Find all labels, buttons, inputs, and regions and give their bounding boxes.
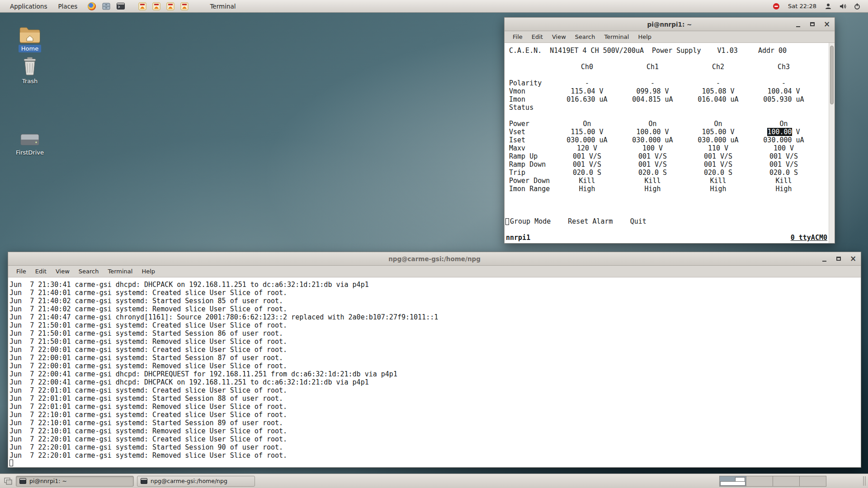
home-folder-icon xyxy=(19,23,40,43)
applications-menu[interactable]: Applications xyxy=(5,0,52,12)
desktop-icon-label-firstdrive: FirstDrive xyxy=(13,149,47,156)
titlebar-caen[interactable]: pi@nnrpi1: ~ × xyxy=(505,18,835,31)
caen-channel-header: Ch2 xyxy=(685,63,751,71)
workspace-4[interactable] xyxy=(799,476,826,487)
caen-status-bar: nnrpi1 0 ttyACM0 xyxy=(505,234,828,242)
menubar-item-edit[interactable]: Edit xyxy=(527,32,547,42)
file-manager-icon[interactable] xyxy=(102,2,111,11)
caen-row-label: Maxv xyxy=(509,144,554,152)
caen-value: 020.0 S xyxy=(620,169,685,177)
terminal-icon xyxy=(19,478,26,484)
caen-row-label: Status xyxy=(509,103,554,112)
panel-status-area: Sat 22:28 xyxy=(772,2,862,11)
terminal-icon[interactable] xyxy=(116,2,125,11)
browser-icon[interactable] xyxy=(87,2,96,11)
caen-value: 001 V/S xyxy=(685,152,751,160)
caen-value: 105.00 V xyxy=(685,128,751,136)
terminal-window-log: npg@carme-gsi:/home/npg × FileEditViewSe… xyxy=(8,252,861,468)
screen: Applications Places xyxy=(0,0,868,488)
close-icon[interactable]: × xyxy=(849,255,857,263)
desktop-icon-trash[interactable]: Trash xyxy=(9,56,51,85)
panel-drag-handle[interactable] xyxy=(863,476,867,486)
titlebar-log[interactable]: npg@carme-gsi:/home/npg × xyxy=(8,252,861,266)
workspace-switcher xyxy=(720,476,826,487)
places-menu[interactable]: Places xyxy=(52,0,83,12)
caen-value: 100.04 V xyxy=(751,87,816,95)
terminal-cursor xyxy=(9,460,13,466)
caen-value xyxy=(685,103,751,112)
caen-channel-row: Ch0Ch1Ch2Ch3 xyxy=(505,63,835,71)
menubar-item-terminal[interactable]: Terminal xyxy=(599,32,633,42)
terminal-screen-caen[interactable]: C.A.E.N. N1419ET 4 CH 500V/200uA Power S… xyxy=(505,43,835,243)
window-title: pi@nnrpi1: ~ xyxy=(505,21,835,28)
workspace-3[interactable] xyxy=(773,476,800,487)
caen-selected-field[interactable]: 100.00 xyxy=(767,128,792,136)
menubar-item-terminal[interactable]: Terminal xyxy=(103,266,137,277)
caen-action-group-mode[interactable]: Group Mode xyxy=(510,217,551,225)
desktop-icon-firstdrive[interactable]: FirstDrive xyxy=(9,127,51,156)
window-title: npg@carme-gsi:/home/npg xyxy=(8,255,861,263)
caen-value: High xyxy=(685,185,751,193)
caen-row-maxv: Maxv120 V100 V110 V100 V xyxy=(505,144,835,152)
window-controls: × xyxy=(820,252,857,265)
caen-value: 016.040 uA xyxy=(685,95,751,103)
caen-value: On xyxy=(685,120,751,128)
menubar-item-help[interactable]: Help xyxy=(633,32,656,42)
drive-icon xyxy=(20,127,40,147)
caen-value: Kill xyxy=(751,177,816,185)
app-launcher-icon-3[interactable] xyxy=(166,2,175,11)
menubar-item-file[interactable]: File xyxy=(12,266,31,277)
caen-row-label: Imon xyxy=(509,95,554,103)
notification-icon[interactable] xyxy=(772,2,781,11)
caen-row-ramp-down: Ramp Down001 V/S001 V/S001 V/S001 V/S xyxy=(505,160,835,169)
volume-icon[interactable] xyxy=(838,2,847,11)
workspace-mini-window xyxy=(720,481,745,486)
caen-value xyxy=(620,103,685,112)
power-icon[interactable] xyxy=(853,2,862,11)
workspace-1[interactable] xyxy=(719,476,746,487)
caen-row-label: Iset xyxy=(509,136,554,144)
minimize-icon[interactable] xyxy=(794,20,802,28)
menubar-item-search[interactable]: Search xyxy=(571,32,600,42)
desktop-icon-home[interactable]: Home xyxy=(9,23,51,52)
panel-launchers xyxy=(87,2,189,11)
caen-grid: Polarity----Vmon115.04 V099.98 V105.08 V… xyxy=(505,79,835,193)
menubar-log: FileEditViewSearchTerminalHelp xyxy=(8,266,861,277)
active-window-label[interactable]: Terminal xyxy=(210,3,236,10)
caen-value: Kill xyxy=(620,177,685,185)
app-launcher-icon-2[interactable] xyxy=(152,2,161,11)
menubar-item-view[interactable]: View xyxy=(51,266,74,277)
taskbar-button-caen-terminal[interactable]: pi@nnrpi1: ~ xyxy=(16,476,134,487)
bottom-panel: pi@nnrpi1: ~ npg@carme-gsi:/home/npg xyxy=(0,474,868,488)
caen-value: High xyxy=(751,185,816,193)
clock[interactable]: Sat 22:28 xyxy=(786,3,818,9)
app-launcher-icon-1[interactable] xyxy=(138,2,147,11)
taskbar-button-log-terminal[interactable]: npg@carme-gsi:/home/npg xyxy=(137,476,255,487)
menubar-item-edit[interactable]: Edit xyxy=(31,266,51,277)
caen-action-quit[interactable]: Quit xyxy=(630,217,646,225)
maximize-icon[interactable] xyxy=(835,255,843,263)
menubar-item-help[interactable]: Help xyxy=(137,266,160,277)
scrollbar-thumb[interactable] xyxy=(830,46,834,104)
menubar-item-view[interactable]: View xyxy=(547,32,571,42)
scrollbar[interactable] xyxy=(829,43,835,243)
menubar-item-search[interactable]: Search xyxy=(74,266,104,277)
caen-value xyxy=(751,103,816,112)
caen-footer-menu: Group ModeReset AlarmQuit xyxy=(505,217,835,225)
workspace-2[interactable] xyxy=(746,476,773,487)
close-icon[interactable]: × xyxy=(823,20,831,28)
minimize-icon[interactable] xyxy=(820,255,828,263)
show-desktop-button[interactable] xyxy=(4,477,13,486)
terminal-screen-log[interactable]: Jun 7 21:30:41 carme-gsi dhcpd: DHCPACK … xyxy=(8,277,861,467)
caen-value: Kill xyxy=(685,177,751,185)
menubar-item-file[interactable]: File xyxy=(508,32,527,42)
maximize-icon[interactable] xyxy=(808,20,816,28)
caen-row-iset: Iset030.000 uA030.000 uA030.000 uA030.00… xyxy=(505,136,835,144)
app-launcher-icon-4[interactable] xyxy=(180,2,189,11)
caen-action-reset-alarm[interactable]: Reset Alarm xyxy=(568,217,613,225)
caen-value: 115.00 V xyxy=(554,128,620,136)
caen-channel-header: Ch0 xyxy=(554,63,620,71)
caen-value: 100 V xyxy=(620,144,685,152)
user-icon[interactable] xyxy=(824,2,833,11)
trash-icon xyxy=(22,56,38,76)
